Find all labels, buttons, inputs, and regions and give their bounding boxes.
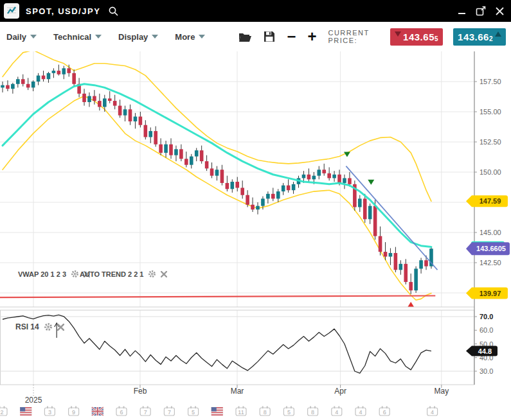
candle bbox=[317, 166, 321, 180]
calendar-day-icon[interactable]: 7 bbox=[164, 407, 174, 416]
price-axis-tick-label: 155.00 bbox=[480, 108, 501, 116]
price-axis-tick-label: 157.50 bbox=[480, 78, 501, 85]
candle bbox=[98, 94, 102, 110]
vwap-line[interactable] bbox=[3, 84, 431, 247]
rsi-label-text: RSI 14 bbox=[15, 322, 39, 331]
calendar-day-icon[interactable]: 6 bbox=[116, 407, 127, 416]
technical-menu[interactable]: Technical bbox=[53, 32, 102, 42]
calendar-day-icon[interactable]: 8 bbox=[260, 407, 270, 416]
candle bbox=[368, 204, 372, 224]
support-line[interactable] bbox=[0, 296, 435, 298]
calendar-day-icon[interactable]: 6 bbox=[379, 407, 390, 416]
candle bbox=[327, 167, 331, 180]
price-chart-svg[interactable]: 157.50155.00152.50150.00147.50145.00142.… bbox=[0, 51, 511, 420]
auto-trend-indicator-label: AUTO TREND 2 2 1 bbox=[80, 270, 167, 278]
sell-signal-marker[interactable] bbox=[368, 180, 374, 185]
candle bbox=[144, 120, 148, 139]
rsi-settings-gear-icon[interactable] bbox=[44, 322, 53, 331]
zoom-in-button[interactable]: + bbox=[307, 30, 316, 43]
close-icon[interactable] bbox=[495, 6, 505, 16]
candle bbox=[113, 95, 117, 110]
candle bbox=[118, 100, 122, 118]
band-price-tag[interactable]: 139.97 bbox=[466, 288, 508, 299]
rsi-value-tag[interactable]: 44.8 bbox=[466, 346, 498, 356]
sell-signal-marker[interactable] bbox=[344, 152, 350, 157]
candle bbox=[394, 247, 398, 272]
calendar-day-icon[interactable]: 2 bbox=[0, 407, 7, 416]
timeframe-menu-label: Daily bbox=[6, 32, 26, 42]
current-price-tag[interactable]: 143.6605 bbox=[466, 242, 510, 255]
calendar-day-icon[interactable]: 7 bbox=[140, 407, 150, 416]
candle bbox=[256, 202, 260, 214]
us-flag-icon[interactable] bbox=[20, 407, 31, 416]
candle bbox=[154, 127, 157, 147]
candle bbox=[72, 69, 76, 86]
month-label: Feb bbox=[134, 387, 147, 396]
candle bbox=[184, 152, 188, 167]
svg-text:7: 7 bbox=[168, 409, 171, 416]
display-menu[interactable]: Display bbox=[118, 32, 158, 42]
technical-menu-label: Technical bbox=[53, 32, 91, 42]
rsi-panel[interactable] bbox=[3, 315, 431, 373]
candle bbox=[57, 65, 61, 76]
window-controls bbox=[458, 6, 505, 16]
svg-text:44.8: 44.8 bbox=[478, 347, 492, 355]
calendar-day-icon[interactable]: 4 bbox=[355, 407, 366, 416]
chart-toolbar: Daily Technical Display More − + CURRENT… bbox=[0, 22, 511, 51]
calendar-day-icon[interactable]: 4 bbox=[427, 407, 438, 416]
vwap-label-text: VWAP 20 1 2 3 bbox=[18, 270, 66, 278]
calendar-day-icon[interactable]: 9 bbox=[69, 407, 79, 416]
zoom-out-button[interactable]: − bbox=[287, 30, 296, 43]
uk-flag-icon[interactable] bbox=[92, 407, 103, 416]
calendar-day-icon[interactable]: 5 bbox=[188, 407, 199, 416]
svg-text:8: 8 bbox=[264, 409, 267, 416]
calendar-day-icon[interactable]: 3 bbox=[44, 407, 55, 416]
band-price-tag[interactable]: 147.59 bbox=[466, 195, 508, 207]
calendar-day-icon[interactable]: 8 bbox=[308, 407, 318, 416]
popout-button[interactable] bbox=[476, 6, 486, 16]
svg-text:4: 4 bbox=[359, 409, 362, 416]
search-icon[interactable] bbox=[108, 6, 119, 17]
calendar-day-icon[interactable]: 11 bbox=[236, 407, 246, 416]
auto-trend-remove-icon[interactable] bbox=[161, 271, 167, 277]
auto-trend-settings-gear-icon[interactable] bbox=[148, 270, 156, 278]
candle bbox=[292, 182, 296, 194]
rsi-line[interactable] bbox=[3, 315, 431, 373]
open-folder-icon[interactable] bbox=[238, 31, 252, 42]
ask-price-button[interactable]: 143.662 bbox=[453, 28, 506, 46]
more-menu[interactable]: More bbox=[175, 32, 205, 42]
candle bbox=[414, 267, 418, 293]
calendar-day-icon[interactable]: 4 bbox=[332, 407, 342, 416]
chevron-down-icon bbox=[199, 35, 205, 39]
candle bbox=[129, 105, 132, 125]
price-axis-tick-label: 150.00 bbox=[480, 168, 501, 176]
candle bbox=[6, 80, 10, 91]
candle bbox=[174, 146, 178, 161]
calendar-day-icon[interactable]: 5 bbox=[283, 407, 294, 416]
bid-price-button[interactable]: 143.655 bbox=[390, 28, 443, 46]
candle bbox=[123, 106, 127, 121]
bid-pip: 5 bbox=[435, 35, 438, 42]
minimize-button[interactable] bbox=[458, 6, 467, 15]
chevron-down-icon bbox=[95, 35, 102, 39]
save-icon[interactable] bbox=[264, 31, 275, 42]
rsi-axis-tick-label: 60.0 bbox=[480, 326, 493, 334]
candle bbox=[190, 154, 193, 169]
candle bbox=[42, 71, 46, 82]
candle bbox=[271, 188, 275, 201]
rsi-remove-icon[interactable] bbox=[57, 324, 64, 331]
candle bbox=[246, 190, 249, 207]
low-signal-marker[interactable] bbox=[408, 302, 414, 307]
us-flag-icon[interactable] bbox=[211, 407, 223, 416]
auto-trend-label-text: AUTO TREND 2 2 1 bbox=[80, 270, 143, 278]
vwap-settings-gear-icon[interactable] bbox=[71, 270, 79, 278]
svg-text:6: 6 bbox=[120, 409, 123, 416]
rsi-axis-tick-label: 70.0 bbox=[480, 313, 493, 320]
rsi-axis-tick-label: 30.0 bbox=[480, 367, 493, 375]
timeframe-menu[interactable]: Daily bbox=[6, 32, 37, 42]
time-axis: 2025FebMarAprMay bbox=[25, 385, 449, 405]
candle bbox=[31, 80, 35, 91]
candle bbox=[87, 92, 91, 107]
svg-text:5: 5 bbox=[287, 409, 291, 416]
candle bbox=[16, 76, 20, 87]
